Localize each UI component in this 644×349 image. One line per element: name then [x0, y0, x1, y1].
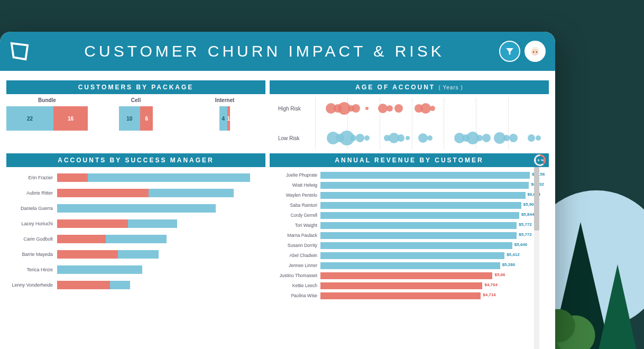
revenue-row[interactable]: Waylen Pentelo$6,024 — [272, 191, 530, 199]
age-of-account-panel: AGE OF ACCOUNT ( Years ) High Risk Low R… — [270, 80, 549, 149]
einstein-button[interactable] — [525, 41, 546, 62]
manager-row[interactable]: Carin Godbolt — [10, 235, 260, 243]
package-lowrisk-segment[interactable]: 4 — [219, 106, 227, 131]
age-bubble[interactable] — [482, 134, 491, 142]
manager-lowrisk-segment[interactable] — [118, 250, 159, 259]
package-lowrisk-segment[interactable]: 22 — [6, 106, 53, 131]
age-bubble[interactable] — [356, 134, 364, 142]
revenue-bar[interactable] — [320, 272, 492, 279]
revenue-row[interactable]: Wiatt Helwig$6,132 — [272, 181, 530, 189]
manager-row[interactable]: Lacey Horiuchi — [10, 219, 260, 228]
manager-name: Lenny Vonderheide — [10, 282, 57, 288]
package-highrisk-segment[interactable]: 1 — [227, 106, 231, 131]
package-label: Internet — [215, 97, 235, 103]
customer-name: Cordy Gerrell — [272, 213, 320, 218]
title-bar: CUSTOMER CHURN IMPACT & RISK — [0, 32, 555, 71]
revenue-value: $5,772 — [519, 222, 531, 227]
manager-highrisk-segment[interactable] — [57, 281, 110, 289]
revenue-row[interactable]: Abel Chadwin$5,412 — [272, 252, 530, 260]
revenue-bar[interactable] — [320, 202, 521, 209]
manager-lowrisk-segment[interactable] — [88, 173, 250, 182]
revenue-row[interactable]: Cordy Gerrell$5,844 — [272, 212, 530, 219]
age-strip-high[interactable] — [315, 99, 540, 117]
manager-lowrisk-segment[interactable] — [149, 189, 234, 197]
manager-row[interactable]: Erin Frazier — [10, 173, 260, 182]
revenue-row[interactable]: Kettie Leech$4,764 — [272, 282, 530, 290]
age-bubble[interactable] — [365, 107, 369, 110]
revenue-bar[interactable] — [320, 252, 504, 259]
revenue-bar[interactable] — [320, 242, 512, 249]
age-bubble[interactable] — [387, 105, 393, 112]
manager-lowrisk-segment[interactable] — [128, 219, 177, 228]
manager-lowrisk-segment[interactable] — [110, 281, 130, 289]
manager-row[interactable]: Terica Hinze — [10, 265, 260, 274]
risk-gauge[interactable]: 39% — [534, 154, 546, 166]
manager-lowrisk-segment[interactable] — [57, 265, 142, 274]
manager-row[interactable]: Barrie Mayeda — [10, 250, 260, 259]
revenue-bar[interactable] — [320, 292, 481, 299]
revenue-row[interactable]: Tori Waight$5,772 — [272, 222, 530, 229]
manager-highrisk-segment[interactable] — [57, 219, 128, 228]
age-bubble[interactable] — [528, 134, 535, 142]
manager-lowrisk-segment[interactable] — [106, 235, 167, 243]
revenue-row[interactable]: Justino Thomasset$5,06 — [272, 272, 530, 280]
customer-name: Wiatt Helwig — [272, 183, 320, 188]
customer-name: Kettie Leech — [272, 283, 320, 288]
package-column[interactable]: Cell106 — [95, 97, 177, 131]
scrollbar-thumb[interactable] — [534, 167, 539, 231]
package-label: Bundle — [38, 97, 56, 103]
filter-button[interactable] — [499, 41, 520, 62]
manager-highrisk-segment[interactable] — [57, 189, 149, 197]
age-strip-low[interactable] — [315, 129, 540, 147]
age-bubble[interactable] — [406, 136, 410, 140]
package-column[interactable]: Internet41 — [184, 97, 265, 131]
age-bubble[interactable] — [364, 135, 370, 141]
age-bubble[interactable] — [430, 106, 435, 111]
revenue-bar[interactable] — [320, 212, 519, 219]
age-row-label-low: Low Risk — [278, 135, 315, 141]
manager-row[interactable]: Aubrie Ritter — [10, 189, 260, 197]
manager-row[interactable]: Daniela Guerra — [10, 204, 260, 213]
manager-name: Carin Godbolt — [10, 236, 57, 242]
customer-name: Marna Paulack — [272, 233, 320, 238]
revenue-row[interactable]: Joelie Phuprate$6,156 — [272, 171, 530, 179]
package-highrisk-segment[interactable]: 6 — [140, 106, 153, 131]
age-bubble[interactable] — [427, 135, 433, 141]
customer-name: Abel Chadwin — [272, 253, 320, 258]
revenue-row[interactable]: Paolina Wise$4,716 — [272, 292, 530, 300]
age-bubble[interactable] — [418, 133, 428, 143]
package-column[interactable]: Bundle2216 — [6, 97, 88, 131]
manager-row[interactable]: Lenny Vonderheide — [10, 281, 260, 289]
manager-highrisk-segment[interactable] — [57, 250, 118, 259]
revenue-row[interactable]: Saba Raintori$5,904 — [272, 201, 530, 209]
revenue-row[interactable]: Marna Paulack$5,772 — [272, 232, 530, 240]
revenue-bar[interactable] — [320, 192, 526, 199]
gauge-value: 39% — [534, 159, 545, 162]
revenue-value: $5,412 — [507, 252, 519, 257]
manager-highrisk-segment[interactable] — [57, 235, 106, 243]
manager-highrisk-segment[interactable] — [57, 173, 88, 182]
package-highrisk-segment[interactable]: 16 — [53, 106, 88, 131]
manager-lowrisk-segment[interactable] — [57, 204, 216, 213]
revenue-bar[interactable] — [320, 262, 500, 269]
revenue-value: $4,716 — [483, 292, 495, 297]
scrollbar-track[interactable] — [534, 167, 539, 349]
panel-title: ACCOUNTS BY SUCCESS MANAGER — [6, 153, 265, 167]
age-bubble[interactable] — [394, 104, 403, 113]
revenue-bar[interactable] — [320, 182, 529, 189]
revenue-bar[interactable] — [320, 282, 482, 289]
revenue-bar[interactable] — [320, 172, 530, 179]
customer-name: Tori Waight — [272, 223, 320, 228]
revenue-value: $5,640 — [514, 242, 527, 247]
age-bubble[interactable] — [536, 135, 541, 141]
revenue-row[interactable]: Susann Dorrity$5,640 — [272, 242, 530, 250]
revenue-row[interactable]: Jennee Linner$5,280 — [272, 262, 530, 270]
age-bubble[interactable] — [352, 104, 360, 113]
revenue-bar[interactable] — [320, 232, 517, 239]
age-bubble[interactable] — [397, 134, 404, 142]
manager-name: Aubrie Ritter — [10, 190, 57, 196]
app-logo-icon — [10, 41, 30, 61]
age-bubble[interactable] — [509, 134, 518, 142]
revenue-bar[interactable] — [320, 222, 517, 229]
package-lowrisk-segment[interactable]: 10 — [119, 106, 141, 131]
